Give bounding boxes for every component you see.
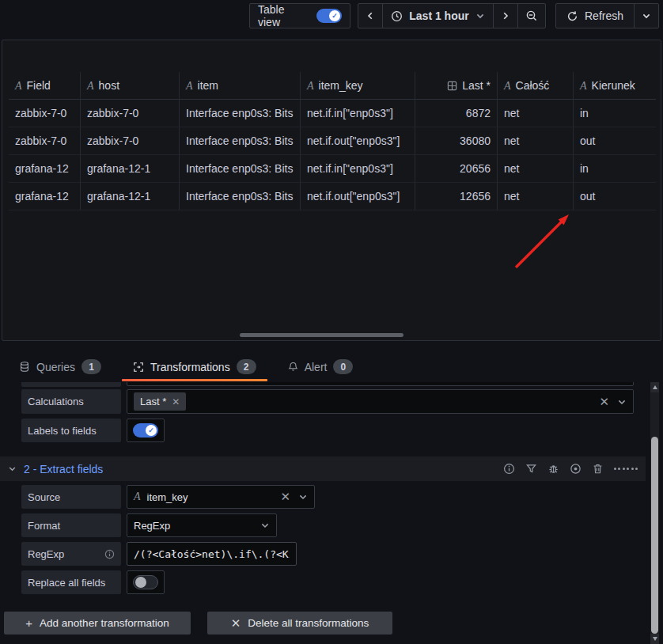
regexp-input[interactable]: /(?<Całość>net)\.if\.(?<Kierun — [127, 542, 297, 566]
calculation-icon — [447, 81, 457, 91]
chevron-down-icon — [475, 11, 485, 21]
chevron-down-icon — [642, 11, 651, 21]
debug-icon[interactable] — [547, 463, 559, 475]
horizontal-scrollbar-thumb[interactable] — [240, 333, 403, 337]
scroll-down-button[interactable] — [650, 634, 659, 644]
toggle-check-icon: ✓ — [329, 10, 340, 21]
text-field-icon: A — [87, 72, 94, 100]
column-header-item[interactable]: Aitem — [179, 72, 300, 100]
tab-count-badge: 2 — [237, 359, 256, 374]
calculation-chip[interactable]: Last * ✕ — [134, 392, 186, 411]
add-transformation-button[interactable]: + Add another transformation — [4, 612, 191, 635]
refresh-interval-dropdown[interactable] — [634, 4, 658, 28]
chevron-left-icon — [366, 11, 375, 21]
info-icon[interactable] — [503, 463, 515, 475]
source-value: item_key — [147, 491, 188, 503]
clear-select-icon[interactable]: ✕ — [599, 395, 609, 409]
annotation-arrow — [510, 207, 574, 272]
tab-count-badge: 1 — [81, 359, 101, 374]
format-value: RegExp — [134, 520, 170, 532]
tab-count-badge: 0 — [333, 359, 353, 374]
replace-all-fields-label: Replace all fields — [21, 570, 121, 594]
text-field-icon: A — [307, 72, 314, 100]
text-field-icon: A — [186, 72, 193, 100]
eye-icon[interactable] — [570, 463, 582, 475]
table-row: grafana-12grafana-12-1Interface enp0s3: … — [9, 183, 656, 210]
tab-transformations[interactable]: Transformations 2 — [120, 352, 269, 381]
scroll-up-button[interactable] — [650, 382, 659, 392]
extract-fields-section-header[interactable]: 2 - Extract fields — [0, 456, 646, 481]
text-field-icon: A — [15, 72, 22, 100]
clipped-field-label — [21, 382, 121, 387]
regexp-value: /(?<Całość>net)\.if\.(?<Kierun — [134, 548, 290, 560]
tab-alert[interactable]: Alert 0 — [275, 352, 366, 381]
vertical-scrollbar-thumb[interactable] — [651, 437, 658, 634]
calculations-select[interactable]: Last * ✕ ✕ — [127, 389, 634, 414]
delete-all-transformations-button[interactable]: ✕ Delete all transformations — [207, 612, 392, 635]
info-icon[interactable] — [104, 549, 115, 559]
column-header-last[interactable]: Last * — [415, 72, 497, 100]
time-shift-back-button[interactable] — [358, 4, 382, 28]
bell-icon — [288, 361, 298, 373]
grafana-panel-editor: Table view ✓ Last 1 hour Refresh — [0, 0, 663, 644]
database-icon — [19, 361, 30, 373]
column-header-field[interactable]: AField — [9, 72, 80, 100]
section-title[interactable]: 2 - Extract fields — [24, 463, 103, 475]
time-range-label: Last 1 hour — [409, 9, 468, 22]
vertical-scrollbar — [650, 382, 659, 644]
column-header-calosc[interactable]: ACałość — [497, 72, 573, 100]
labels-to-fields-toggle-box: ✓ — [127, 419, 165, 442]
table-panel: AField Ahost Aitem Aitem_key Last * ACał… — [2, 40, 661, 341]
trash-icon[interactable] — [592, 463, 604, 475]
chevron-right-icon — [501, 11, 510, 21]
tab-label: Queries — [36, 361, 75, 373]
transformations-pane: Calculations Last * ✕ ✕ Labels to fields… — [0, 382, 663, 644]
refresh-button[interactable]: Refresh — [556, 4, 634, 28]
labels-to-fields-label: Labels to fields — [21, 419, 121, 442]
time-picker: Last 1 hour — [358, 3, 546, 28]
format-label: Format — [21, 513, 121, 537]
regexp-label: RegExp — [21, 542, 121, 566]
data-table: AField Ahost Aitem Aitem_key Last * ACał… — [9, 72, 656, 210]
chevron-down-icon[interactable] — [8, 464, 17, 473]
refresh-control: Refresh — [555, 3, 659, 28]
time-range-button[interactable]: Last 1 hour — [382, 4, 493, 28]
format-select[interactable]: RegExp — [127, 513, 277, 537]
replace-all-fields-toggle[interactable] — [133, 575, 158, 589]
tab-queries[interactable]: Queries 1 — [6, 352, 114, 381]
filter-icon[interactable] — [525, 463, 537, 475]
clipped-input[interactable] — [127, 382, 634, 386]
chevron-down-icon[interactable] — [298, 492, 308, 502]
zoom-out-time-button[interactable] — [517, 4, 545, 28]
table-view-control[interactable]: Table view ✓ — [249, 3, 350, 28]
table-header-row: AField Ahost Aitem Aitem_key Last * ACał… — [9, 72, 656, 100]
source-select[interactable]: A item_key ✕ — [127, 485, 315, 509]
toggle-check-icon: ✓ — [146, 425, 157, 436]
column-header-item-key[interactable]: Aitem_key — [300, 72, 415, 100]
clear-select-icon[interactable]: ✕ — [280, 490, 290, 504]
refresh-label: Refresh — [585, 9, 623, 22]
table-view-toggle[interactable]: ✓ — [316, 9, 342, 23]
clock-icon — [391, 10, 403, 22]
refresh-icon — [566, 10, 578, 22]
transform-icon — [133, 362, 144, 373]
drag-handle[interactable] — [614, 468, 638, 470]
table-row: grafana-12grafana-12-1Interface enp0s3: … — [9, 155, 656, 183]
chevron-down-icon[interactable] — [617, 397, 627, 407]
labels-to-fields-toggle[interactable]: ✓ — [133, 423, 158, 438]
chevron-down-icon[interactable] — [260, 521, 270, 530]
remove-chip-icon[interactable]: ✕ — [172, 396, 180, 407]
tab-label: Transformations — [150, 361, 230, 373]
close-icon: ✕ — [231, 616, 241, 631]
calculations-label: Calculations — [21, 389, 121, 414]
table-view-label: Table view — [258, 3, 309, 28]
magnifier-minus-icon — [525, 9, 538, 22]
column-header-kierunek[interactable]: AKierunek — [573, 72, 656, 100]
table-row: zabbix-7-0zabbix-7-0Interface enp0s3: Bi… — [9, 100, 656, 127]
time-shift-forward-button[interactable] — [493, 4, 517, 28]
table-row: zabbix-7-0zabbix-7-0Interface enp0s3: Bi… — [9, 127, 656, 155]
text-field-icon: A — [504, 72, 511, 100]
text-field-icon: A — [134, 491, 141, 503]
column-header-host[interactable]: Ahost — [80, 72, 179, 100]
plus-icon: + — [25, 616, 32, 630]
